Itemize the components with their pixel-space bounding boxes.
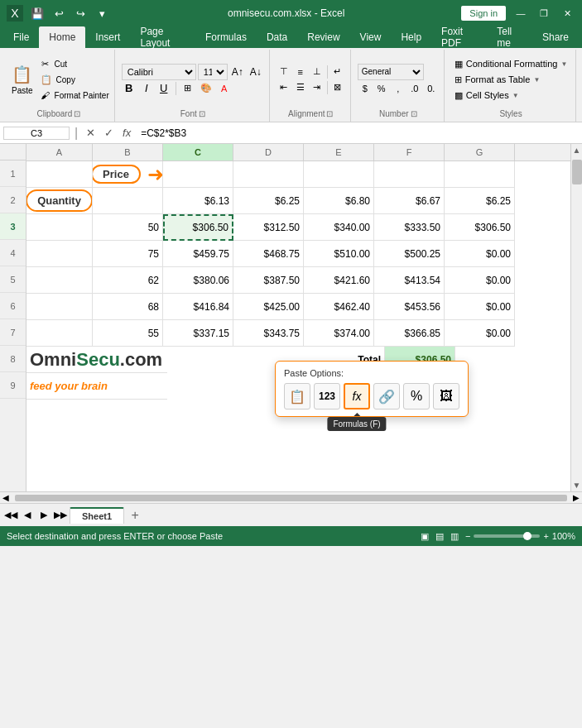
scroll-down-button[interactable]: ▼: [571, 479, 582, 491]
cell-e1[interactable]: [304, 161, 374, 188]
comma-button[interactable]: ,: [391, 81, 406, 96]
align-bottom-button[interactable]: ⊥: [310, 65, 325, 79]
cell-f6[interactable]: $453.56: [374, 294, 445, 320]
cell-b7[interactable]: 55: [93, 320, 163, 347]
cell-b5[interactable]: 62: [93, 267, 163, 294]
paste-icon-clipboard[interactable]: 📋: [284, 383, 310, 410]
tab-insert[interactable]: Insert: [85, 26, 130, 48]
cut-button[interactable]: ✂: [38, 56, 53, 71]
name-box[interactable]: [3, 127, 70, 140]
sheet-nav-last[interactable]: ▶▶: [53, 508, 68, 523]
cell-a2[interactable]: Quantity ↓: [26, 188, 93, 214]
cell-b2[interactable]: [93, 188, 163, 214]
font-size-select[interactable]: 11: [198, 64, 228, 80]
redo-button[interactable]: ↪: [71, 4, 89, 22]
tab-page-layout[interactable]: Page Layout: [130, 26, 195, 48]
cell-a3[interactable]: [26, 214, 93, 241]
cell-f3[interactable]: $333.50: [374, 214, 445, 241]
sheet-nav-first[interactable]: ◀◀: [3, 508, 18, 523]
border-button[interactable]: ⊞: [180, 81, 195, 96]
underline-button[interactable]: U: [156, 81, 171, 96]
cell-styles-button[interactable]: ▩ Cell Styles ▼: [451, 89, 522, 103]
view-page-break-button[interactable]: ▥: [450, 531, 459, 542]
formula-input[interactable]: [137, 127, 579, 140]
paste-icon-formulas[interactable]: fx Formulas (F): [344, 383, 370, 410]
qat-more-button[interactable]: ▾: [93, 4, 111, 22]
accounting-button[interactable]: $: [358, 81, 373, 96]
merge-button[interactable]: ⊠: [330, 80, 345, 95]
undo-button[interactable]: ↩: [50, 4, 68, 22]
shrink-font-button[interactable]: A↓: [248, 65, 264, 79]
dec-decrease-button[interactable]: 0.: [424, 81, 439, 96]
zoom-out-button[interactable]: −: [465, 531, 470, 541]
bold-button[interactable]: B: [122, 81, 137, 96]
scroll-up-button[interactable]: ▲: [571, 144, 582, 156]
cell-e4[interactable]: $510.00: [304, 241, 374, 267]
cell-d5[interactable]: $387.50: [233, 267, 304, 294]
cell-c4[interactable]: $459.75: [163, 241, 233, 267]
align-center-button[interactable]: ☰: [293, 80, 308, 95]
percent-button[interactable]: %: [374, 81, 389, 96]
cell-d6[interactable]: $425.00: [233, 294, 304, 320]
tab-formulas[interactable]: Formulas: [195, 26, 257, 48]
sheet-nav-next[interactable]: ▶: [36, 508, 51, 523]
tab-help[interactable]: Help: [391, 26, 431, 48]
cell-a7[interactable]: [26, 320, 93, 347]
cell-d2[interactable]: $6.25: [233, 188, 304, 214]
paste-icon-picture[interactable]: 🖼: [433, 383, 459, 410]
horizontal-scrollbar[interactable]: ◀ ▶: [0, 491, 582, 503]
cell-e5[interactable]: $421.60: [304, 267, 374, 294]
cell-bc8[interactable]: [167, 347, 174, 373]
align-right-button[interactable]: ⇥: [310, 80, 325, 95]
dec-increase-button[interactable]: .0: [407, 81, 422, 96]
insert-function-icon[interactable]: fx: [119, 127, 134, 139]
cell-e6[interactable]: $462.40: [304, 294, 374, 320]
tab-data[interactable]: Data: [257, 26, 297, 48]
paste-icon-link[interactable]: 🔗: [373, 383, 400, 410]
cell-e2[interactable]: $6.80: [304, 188, 374, 214]
cell-d7[interactable]: $343.75: [233, 320, 304, 347]
cell-d1[interactable]: [233, 161, 304, 188]
confirm-formula-icon[interactable]: ✓: [101, 127, 116, 139]
new-sheet-button[interactable]: +: [126, 506, 144, 524]
clipboard-expand-icon[interactable]: ⊡: [74, 109, 80, 118]
fill-color-button[interactable]: 🎨: [198, 81, 214, 96]
cancel-formula-icon[interactable]: ✕: [83, 127, 98, 139]
tab-review[interactable]: Review: [297, 26, 349, 48]
cell-a4[interactable]: [26, 241, 93, 267]
cell-f7[interactable]: $366.85: [374, 320, 445, 347]
paste-icon-values[interactable]: 123: [314, 383, 340, 410]
align-middle-button[interactable]: ≡: [293, 65, 308, 79]
cell-c6[interactable]: $416.84: [163, 294, 233, 320]
sheet-tab-sheet1[interactable]: Sheet1: [70, 507, 124, 524]
cell-c3[interactable]: $306.50: [163, 214, 233, 241]
minimize-button[interactable]: —: [512, 5, 529, 22]
cell-b4[interactable]: 75: [93, 241, 163, 267]
tab-view[interactable]: View: [350, 26, 392, 48]
cell-a1[interactable]: [26, 161, 93, 188]
vertical-scrollbar[interactable]: ▲ ▼: [570, 144, 582, 491]
cell-g1[interactable]: [445, 161, 515, 188]
align-left-button[interactable]: ⇤: [277, 80, 291, 95]
cell-a5[interactable]: [26, 267, 93, 294]
cell-g2[interactable]: $6.25: [445, 188, 515, 214]
cell-g6[interactable]: $0.00: [445, 294, 515, 320]
cell-f4[interactable]: $500.25: [374, 241, 445, 267]
cell-a9[interactable]: feed your brain: [26, 373, 167, 400]
grow-font-button[interactable]: A↑: [229, 65, 246, 79]
format-as-table-button[interactable]: ⊞ Format as Table ▼: [451, 73, 544, 87]
cell-e7[interactable]: $374.00: [304, 320, 374, 347]
save-button[interactable]: 💾: [28, 4, 46, 22]
zoom-slider[interactable]: [474, 534, 540, 538]
tab-tell-me[interactable]: Tell me: [487, 26, 532, 48]
cell-f5[interactable]: $413.54: [374, 267, 445, 294]
close-button[interactable]: ✕: [559, 5, 575, 22]
italic-button[interactable]: I: [139, 81, 154, 96]
tab-foxit[interactable]: Foxit PDF: [431, 26, 487, 48]
cell-d3[interactable]: $312.50: [233, 214, 304, 241]
tab-home[interactable]: Home: [39, 26, 85, 48]
cell-e3[interactable]: $340.00: [304, 214, 374, 241]
cell-f1[interactable]: [374, 161, 445, 188]
tab-file[interactable]: File: [3, 26, 39, 48]
wrap-text-button[interactable]: ↵: [330, 65, 345, 79]
